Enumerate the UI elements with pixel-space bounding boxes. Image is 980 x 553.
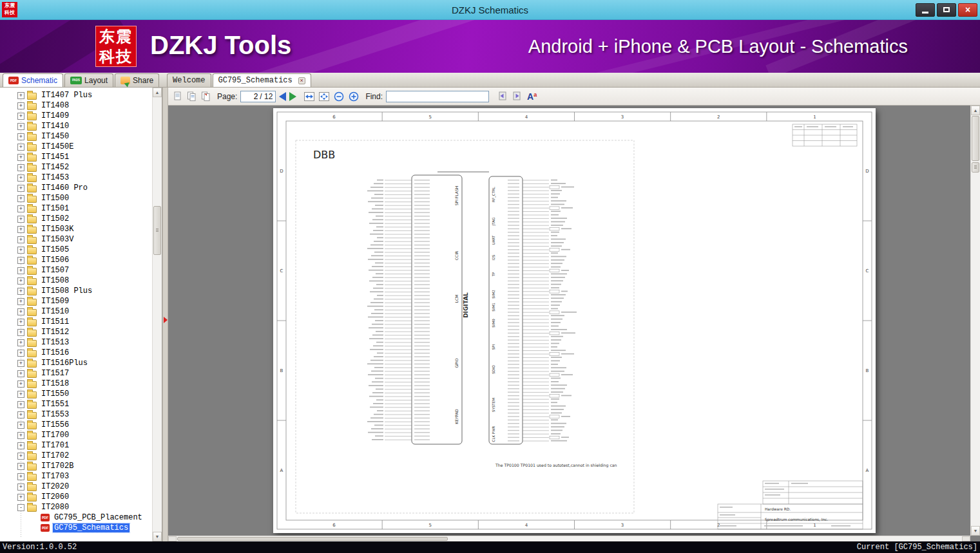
tree-folder-row[interactable]: +IT2020: [0, 482, 152, 492]
sidebar-scrollbar[interactable]: ▲ ▼: [152, 88, 162, 541]
expand-toggle-icon[interactable]: +: [17, 380, 24, 388]
tree-folder-row[interactable]: +IT1518: [0, 379, 152, 389]
tree-folder-row[interactable]: +IT1460 Pro: [0, 183, 152, 193]
expand-toggle-icon[interactable]: +: [17, 442, 24, 449]
tree-folder-row[interactable]: +IT1452: [0, 162, 152, 173]
font-size-icon[interactable]: Aa: [527, 91, 537, 102]
expand-toggle-icon[interactable]: +: [17, 247, 24, 254]
expand-toggle-icon[interactable]: +: [17, 432, 24, 439]
expand-toggle-icon[interactable]: +: [17, 391, 24, 398]
tree-folder-row[interactable]: +IT1702: [0, 451, 152, 461]
tree-folder-row[interactable]: +IT1509: [0, 296, 152, 306]
expand-toggle-icon[interactable]: +: [17, 164, 24, 171]
next-page-button[interactable]: [289, 92, 296, 101]
tree-folder-row[interactable]: +IT1550: [0, 389, 152, 399]
tree-folder-row[interactable]: +IT1503V: [0, 234, 152, 245]
previous-page-button[interactable]: [279, 92, 286, 101]
expand-toggle-icon[interactable]: +: [17, 277, 24, 285]
tree-folder-row[interactable]: +IT1506: [0, 255, 152, 265]
expand-toggle-icon[interactable]: +: [17, 298, 24, 305]
viewer-horizontal-scrollbar[interactable]: [168, 536, 970, 541]
expand-toggle-icon[interactable]: +: [17, 102, 24, 109]
pdf-viewer[interactable]: 665544332211DDCCBBAA: [168, 106, 980, 541]
tab-schematic[interactable]: PDF Schematic: [3, 73, 63, 87]
expand-toggle-icon[interactable]: +: [17, 216, 24, 223]
expand-toggle-icon[interactable]: +: [17, 411, 24, 418]
expand-toggle-icon[interactable]: +: [17, 463, 24, 470]
expand-toggle-icon[interactable]: +: [17, 185, 24, 192]
tree-folder-row[interactable]: +IT1407 Plus: [0, 90, 152, 100]
tree-folder-row[interactable]: +IT1409: [0, 111, 152, 121]
tree-folder-row[interactable]: +IT1556: [0, 420, 152, 430]
sidebar-scroll-thumb[interactable]: [153, 206, 161, 255]
tree-folder-row[interactable]: +IT1508: [0, 276, 152, 286]
maximize-button[interactable]: [937, 3, 956, 17]
tree-folder-row[interactable]: +IT1505: [0, 245, 152, 255]
sidebar-splitter[interactable]: [162, 88, 168, 541]
tree-folder-row[interactable]: +IT1512: [0, 327, 152, 337]
zoom-in-icon[interactable]: [348, 91, 360, 102]
expand-toggle-icon[interactable]: +: [17, 195, 24, 202]
expand-toggle-icon[interactable]: +: [17, 226, 24, 233]
tab-layout[interactable]: PADS Layout: [64, 73, 113, 87]
expand-toggle-icon[interactable]: +: [17, 360, 24, 367]
expand-toggle-icon[interactable]: +: [17, 144, 24, 151]
expand-toggle-icon[interactable]: +: [17, 308, 24, 315]
close-button[interactable]: ×: [958, 3, 977, 17]
tree-folder-row[interactable]: +IT1700: [0, 430, 152, 440]
expand-toggle-icon[interactable]: -: [17, 504, 24, 511]
tree-folder-row[interactable]: +IT1701: [0, 440, 152, 451]
tree-folder-row[interactable]: +IT1516Plus: [0, 358, 152, 368]
scroll-up-icon[interactable]: ▲: [153, 88, 162, 97]
expand-toggle-icon[interactable]: +: [17, 370, 24, 377]
tree-folder-row[interactable]: +IT1503K: [0, 224, 152, 234]
expand-toggle-icon[interactable]: +: [17, 319, 24, 326]
tree-folder-row[interactable]: +IT1508 Plus: [0, 286, 152, 296]
expand-toggle-icon[interactable]: +: [17, 339, 24, 346]
tree-folder-row[interactable]: +IT1702B: [0, 461, 152, 471]
tree-folder-row[interactable]: +IT1553: [0, 409, 152, 420]
collapse-arrow-icon[interactable]: [164, 317, 168, 323]
zoom-out-icon[interactable]: [333, 91, 345, 102]
page-input[interactable]: [244, 92, 258, 101]
tree-folder-row[interactable]: +IT1551: [0, 399, 152, 409]
expand-toggle-icon[interactable]: +: [17, 174, 24, 182]
tree-folder-row[interactable]: +IT1501: [0, 203, 152, 214]
close-tab-icon[interactable]: ×: [298, 77, 305, 84]
copy-pages-icon[interactable]: [200, 91, 211, 102]
expand-toggle-icon[interactable]: +: [17, 267, 24, 274]
tree-folder-row[interactable]: +IT1517: [0, 368, 152, 379]
tree-folder-row[interactable]: +IT2060: [0, 492, 152, 502]
expand-toggle-icon[interactable]: +: [17, 329, 24, 336]
tab-share[interactable]: Share: [115, 73, 159, 87]
viewer-scroll-up-icon[interactable]: ▲: [971, 106, 980, 115]
tree-file-row[interactable]: PDFGC795_Schematics: [0, 523, 152, 533]
viewer-scroll-right-icon[interactable]: [962, 536, 970, 541]
expand-toggle-icon[interactable]: +: [17, 257, 24, 264]
expand-toggle-icon[interactable]: +: [17, 236, 24, 243]
tree-folder-row[interactable]: +IT1410: [0, 121, 152, 131]
tree-file-row[interactable]: PDFGC795_PCB_Placement: [0, 512, 152, 523]
single-page-icon[interactable]: [172, 91, 183, 102]
expand-toggle-icon[interactable]: +: [17, 133, 24, 140]
expand-toggle-icon[interactable]: +: [17, 92, 24, 99]
tree-folder-row[interactable]: +IT1703: [0, 471, 152, 482]
expand-toggle-icon[interactable]: +: [17, 123, 24, 130]
find-next-icon[interactable]: [512, 91, 523, 102]
tree-folder-row[interactable]: +IT1450E: [0, 142, 152, 152]
expand-toggle-icon[interactable]: +: [17, 453, 24, 460]
tree-folder-row[interactable]: +IT1408: [0, 100, 152, 111]
viewer-scroll-split-handle[interactable]: [972, 162, 979, 173]
scroll-down-icon[interactable]: ▼: [153, 532, 162, 541]
minimize-button[interactable]: [916, 3, 935, 17]
tree-folder-row[interactable]: +IT1507: [0, 265, 152, 276]
tree-folder-row[interactable]: +IT1511: [0, 317, 152, 327]
fit-width-icon[interactable]: [303, 91, 315, 102]
viewer-scroll-down-icon[interactable]: ▼: [971, 526, 980, 536]
fit-page-icon[interactable]: [318, 91, 330, 102]
viewer-scroll-left-icon[interactable]: [168, 536, 177, 541]
expand-toggle-icon[interactable]: +: [17, 422, 24, 429]
tree-folder-row[interactable]: +IT1502: [0, 214, 152, 224]
tree-folder-row[interactable]: -IT2080: [0, 502, 152, 512]
viewer-scroll-thumb[interactable]: [972, 116, 979, 161]
